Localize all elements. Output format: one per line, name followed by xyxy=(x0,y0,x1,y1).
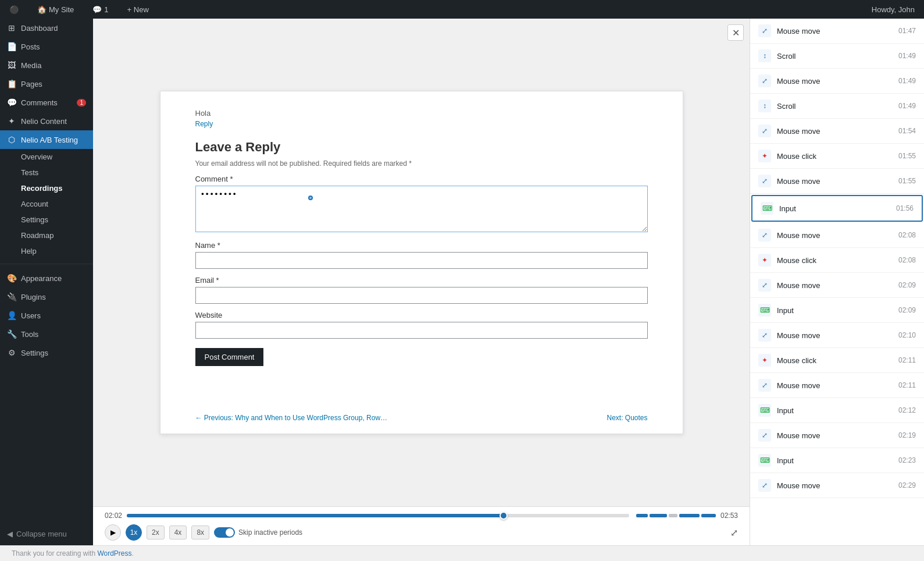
wordpress-link[interactable]: WordPress xyxy=(97,549,131,558)
event-time: 02:23 xyxy=(898,456,916,464)
email-input[interactable] xyxy=(195,287,648,304)
collapse-menu-button[interactable]: ◀ Collapse menu xyxy=(0,523,93,545)
event-icon: ✦ xyxy=(758,150,771,162)
settings-icon: ⚙ xyxy=(7,348,16,357)
sidebar-item-appearance[interactable]: 🎨 Appearance xyxy=(0,269,93,287)
event-icon: ↕ xyxy=(758,100,771,112)
event-time: 02:19 xyxy=(898,431,916,439)
event-label: Mouse move xyxy=(777,177,893,186)
sidebar-label-dashboard: Dashboard xyxy=(21,24,58,33)
next-link[interactable]: Next: Quotes xyxy=(607,414,647,422)
skip-toggle-track[interactable] xyxy=(214,527,235,538)
sidebar-sub-overview[interactable]: Overview xyxy=(0,149,93,165)
event-item-8[interactable]: ⌨ Input 01:56 xyxy=(751,195,923,222)
event-label: Input xyxy=(777,406,893,415)
new-button[interactable]: + New xyxy=(123,0,154,19)
event-item-3[interactable]: ⤢ Mouse move 01:49 xyxy=(750,69,924,94)
event-item-16[interactable]: ⌨ Input 02:12 xyxy=(750,398,924,423)
event-item-11[interactable]: ⤢ Mouse move 02:09 xyxy=(750,273,924,298)
main-layout: ⊞ Dashboard 📄 Posts 🖼 Media 📋 Pages 💬 Co… xyxy=(0,19,924,545)
sidebar-item-settings[interactable]: ⚙ Settings xyxy=(0,343,93,362)
sidebar-item-plugins[interactable]: 🔌 Plugins xyxy=(0,287,93,306)
tools-icon: 🔧 xyxy=(7,329,16,339)
sidebar-item-comments[interactable]: 💬 Comments 1 xyxy=(0,93,93,112)
sidebar-label-nelio-ab: Nelio A/B Testing xyxy=(21,136,78,144)
fullscreen-button[interactable]: ⤢ xyxy=(730,527,738,538)
event-item-19[interactable]: ⤢ Mouse move 02:29 xyxy=(750,473,924,498)
event-item-13[interactable]: ⤢ Mouse move 02:10 xyxy=(750,323,924,348)
event-time: 01:55 xyxy=(898,177,916,185)
sidebar-item-nelio-ab[interactable]: ⬡ Nelio A/B Testing xyxy=(0,130,93,149)
event-icon: ⤢ xyxy=(758,379,771,392)
sub-tests-label: Tests xyxy=(21,168,38,177)
event-icon: ⌨ xyxy=(758,404,771,417)
sidebar-item-posts[interactable]: 📄 Posts xyxy=(0,37,93,56)
timeline-track[interactable] xyxy=(127,514,629,517)
prev-link[interactable]: ← Previous: Why and When to Use WordPres… xyxy=(195,414,388,422)
event-label: Mouse move xyxy=(777,331,893,340)
sidebar-sub-roadmap[interactable]: Roadmap xyxy=(0,228,93,243)
event-icon: ⤢ xyxy=(758,229,771,242)
comments-icon: 💬 xyxy=(92,5,102,14)
sidebar-item-dashboard[interactable]: ⊞ Dashboard xyxy=(0,19,93,37)
speed-4x-button[interactable]: 4x xyxy=(169,526,187,539)
event-item-9[interactable]: ⤢ Mouse move 02:08 xyxy=(750,223,924,248)
event-item-12[interactable]: ⌨ Input 02:09 xyxy=(750,298,924,323)
event-item-2[interactable]: ↕ Scroll 01:49 xyxy=(750,44,924,69)
sidebar-item-nelio-content[interactable]: ✦ Nelio Content xyxy=(0,112,93,130)
event-item-7[interactable]: ⤢ Mouse move 01:55 xyxy=(750,169,924,194)
sidebar-item-pages[interactable]: 📋 Pages xyxy=(0,74,93,93)
collapse-label: Collapse menu xyxy=(16,530,67,538)
user-menu[interactable]: Howdy, John xyxy=(867,0,919,19)
event-item-18[interactable]: ⌨ Input 02:23 xyxy=(750,448,924,473)
event-icon: ✦ xyxy=(758,254,771,267)
sidebar-sub-settings[interactable]: Settings xyxy=(0,212,93,228)
sidebar-item-users[interactable]: 👤 Users xyxy=(0,306,93,325)
name-label: Name * xyxy=(195,241,648,250)
speed-8x-button[interactable]: 8x xyxy=(191,526,209,539)
event-item-4[interactable]: ↕ Scroll 01:49 xyxy=(750,94,924,119)
timeline-end: 02:53 xyxy=(720,512,738,520)
marker-2 xyxy=(650,514,667,517)
event-time: 02:10 xyxy=(898,331,916,339)
timeline-markers xyxy=(636,514,716,517)
timeline-row: 02:02 02:53 xyxy=(105,512,738,520)
sidebar-sub-tests[interactable]: Tests xyxy=(0,165,93,180)
sub-roadmap-label: Roadmap xyxy=(21,231,53,240)
event-time: 01:49 xyxy=(898,52,916,60)
sidebar-divider xyxy=(0,264,93,264)
my-site-button[interactable]: 🏠 My Site xyxy=(33,0,79,19)
event-item-15[interactable]: ⤢ Mouse move 02:11 xyxy=(750,373,924,398)
event-item-5[interactable]: ⤢ Mouse move 01:54 xyxy=(750,119,924,144)
event-time: 02:11 xyxy=(898,356,916,364)
event-item-10[interactable]: ✦ Mouse click 02:08 xyxy=(750,248,924,273)
event-icon: ⤢ xyxy=(758,329,771,342)
speed-1x-button[interactable]: 1x xyxy=(126,524,142,541)
play-button[interactable]: ▶ xyxy=(105,524,121,541)
wp-logo-button[interactable]: ⚫ xyxy=(5,0,23,19)
leave-reply-title: Leave a Reply xyxy=(195,140,648,155)
close-button[interactable]: ✕ xyxy=(727,24,744,41)
sidebar-sub-recordings[interactable]: Recordings xyxy=(0,180,93,196)
comment-textarea[interactable]: •••••••• xyxy=(195,186,648,232)
controls-row: ▶ 1x 2x 4x 8x Skip inactive periods ⤢ xyxy=(105,524,738,541)
play-icon: ▶ xyxy=(110,528,116,537)
event-label: Mouse click xyxy=(777,152,893,161)
sidebar-sub-account[interactable]: Account xyxy=(0,196,93,212)
event-item-14[interactable]: ✦ Mouse click 02:11 xyxy=(750,348,924,373)
timeline-thumb[interactable] xyxy=(500,512,508,520)
event-time: 02:12 xyxy=(898,406,916,414)
speed-2x-button[interactable]: 2x xyxy=(147,526,165,539)
event-item-1[interactable]: ⤢ Mouse move 01:47 xyxy=(750,19,924,44)
name-input[interactable] xyxy=(195,252,648,269)
timeline-progress xyxy=(127,514,504,517)
event-item-6[interactable]: ✦ Mouse click 01:55 xyxy=(750,144,924,169)
event-item-17[interactable]: ⤢ Mouse move 02:19 xyxy=(750,423,924,448)
website-input[interactable] xyxy=(195,322,648,339)
sidebar-item-tools[interactable]: 🔧 Tools xyxy=(0,325,93,343)
sidebar-item-media[interactable]: 🖼 Media xyxy=(0,56,93,74)
comments-button[interactable]: 💬 1 xyxy=(88,0,113,19)
post-comment-button[interactable]: Post Comment xyxy=(195,348,264,366)
sidebar-sub-help[interactable]: Help xyxy=(0,243,93,259)
frame-reply-link[interactable]: Reply xyxy=(195,120,648,128)
